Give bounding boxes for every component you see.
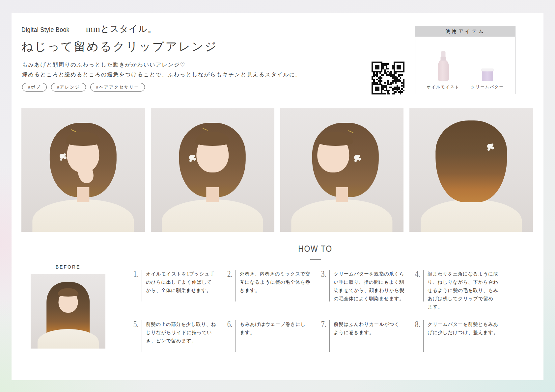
step-number: 2. bbox=[224, 269, 233, 311]
step-text: オイルモイストを1プッシュ手のひらに出してよく伸ばしてから、全体に馴染ませます。 bbox=[146, 269, 221, 311]
product-cream-butter: クリームバター bbox=[471, 71, 504, 90]
cream-butter-jar-image bbox=[482, 71, 493, 81]
model-shoulders bbox=[291, 199, 392, 232]
step-number: 8. bbox=[411, 320, 420, 352]
howto-divider bbox=[310, 259, 321, 260]
tag-hair-accessory[interactable]: #ヘアアクセサリー bbox=[90, 83, 145, 91]
howto-section-header: HOW TO bbox=[128, 244, 502, 260]
step-text: 前髪はふんわりカールがつくように巻きます。 bbox=[334, 320, 409, 352]
step-divider-line bbox=[142, 270, 142, 301]
howto-step-6: 6. もみあげはウェーブ巻きにします。 bbox=[221, 320, 315, 352]
description-line-2: 締めるところと緩めるところの緩急をつけることで、ふわっとしながらもキチンと見える… bbox=[22, 71, 301, 78]
brand-logo-text: Digital Style Book bbox=[21, 26, 69, 34]
qr-code-image bbox=[372, 62, 404, 94]
howto-step-8: 8. クリームバターを前髪ともみあげに少しだけつけ、整えます。 bbox=[409, 320, 503, 352]
flower-clip bbox=[189, 155, 194, 160]
step-divider-line bbox=[329, 320, 330, 352]
howto-steps-list: 1. オイルモイストを1プッシュ手のひらに出してよく伸ばしてから、全体に馴染ませ… bbox=[127, 269, 503, 352]
used-items-title: 使用アイテム bbox=[415, 26, 515, 36]
step-text: 前髪の上の部分を少し取り、ねじりながらサイドに持っていき、ピンで留めます。 bbox=[146, 320, 221, 352]
step-text: 外巻き、内巻きのミックスで交互になるように髪の毛全体を巻きます。 bbox=[240, 269, 315, 311]
oil-moist-bottle-image bbox=[438, 60, 449, 81]
howto-step-1: 1. オイルモイストを1プッシュ手のひらに出してよく伸ばしてから、全体に馴染ませ… bbox=[127, 269, 221, 311]
model-shoulders bbox=[162, 199, 263, 232]
step-divider-line bbox=[236, 270, 236, 301]
style-photo-front bbox=[151, 108, 274, 232]
model-bangs bbox=[66, 132, 100, 145]
tag-bob[interactable]: #ボブ bbox=[22, 83, 47, 91]
step-divider-line bbox=[423, 320, 424, 352]
howto-step-3: 3. クリームバターを親指の爪くらい手に取り、指の間にもよく馴染ませてから、顔ま… bbox=[315, 269, 409, 311]
model-shoulders bbox=[33, 199, 134, 232]
brand-title-japanese: mmとスタイル。 bbox=[86, 23, 157, 35]
model-bangs bbox=[58, 288, 79, 297]
product-cream-butter-label: クリームバター bbox=[471, 84, 504, 90]
product-oil-moist-label: オイルモイスト bbox=[427, 84, 460, 90]
howto-step-7: 7. 前髪はふんわりカールがつくように巻きます。 bbox=[315, 320, 409, 352]
model-neck bbox=[77, 187, 89, 202]
step-number: 5. bbox=[130, 320, 139, 352]
tag-arrange[interactable]: #アレンジ bbox=[51, 83, 86, 91]
step-text: クリームバターを前髪ともみあげに少しだけつけ、整えます。 bbox=[428, 320, 503, 352]
step-number: 1. bbox=[130, 269, 139, 311]
step-text: もみあげはウェーブ巻きにします。 bbox=[240, 320, 315, 352]
style-book-card: Digital Style Book mmとスタイル。 ねじって留めるクリップア… bbox=[12, 13, 543, 380]
howto-title: HOW TO bbox=[298, 244, 332, 254]
step-text: クリームバターを親指の爪くらい手に取り、指の間にもよく馴染ませてから、顔まわりか… bbox=[334, 269, 409, 311]
used-items-panel: 使用アイテム オイルモイスト クリームバター bbox=[415, 26, 515, 94]
description-line-1: もみあげと顔周りのふわっとした動きがかわいいアレンジ♡ bbox=[22, 62, 185, 68]
step-divider-line bbox=[236, 320, 236, 352]
qr-code bbox=[372, 62, 404, 94]
style-description: もみあげと顔周りのふわっとした動きがかわいいアレンジ♡ 締めるところと緩めるとこ… bbox=[22, 60, 301, 80]
used-items-body: オイルモイスト クリームバター bbox=[415, 36, 515, 94]
product-oil-moist: オイルモイスト bbox=[427, 50, 460, 90]
step-number: 4. bbox=[411, 269, 420, 311]
step-number: 7. bbox=[318, 320, 326, 352]
model-bangs bbox=[195, 132, 230, 145]
before-label: BEFORE bbox=[31, 264, 105, 270]
step-divider-line bbox=[329, 270, 330, 301]
model-hair bbox=[435, 120, 507, 202]
style-photo-front-hand-on-chin bbox=[21, 108, 145, 232]
step-number: 6. bbox=[224, 320, 233, 352]
model-neck bbox=[206, 187, 218, 202]
step-number: 3. bbox=[318, 269, 326, 311]
step-divider-line bbox=[142, 320, 142, 352]
howto-step-4: 4. 顔まわりを三角になるように取り、ねじりながら、下から合わせるように髪の毛を… bbox=[409, 269, 503, 311]
model-shoulders bbox=[421, 199, 522, 232]
step-divider-line bbox=[423, 270, 424, 301]
style-photo-gallery bbox=[21, 108, 533, 232]
style-photo-side-profile bbox=[280, 108, 404, 232]
model-bangs bbox=[319, 132, 353, 145]
style-photo-back bbox=[409, 108, 533, 232]
header: Digital Style Book mmとスタイル。 bbox=[21, 23, 157, 35]
page-title: ねじって留めるクリップアレンジ bbox=[21, 39, 218, 54]
before-style-photo bbox=[31, 274, 105, 349]
step-text: 顔まわりを三角になるように取り、ねじりながら、下から合わせるように髪の毛を取り、… bbox=[428, 269, 503, 311]
model-neck bbox=[336, 187, 348, 202]
howto-step-5: 5. 前髪の上の部分を少し取り、ねじりながらサイドに持っていき、ピンで留めます。 bbox=[127, 320, 221, 352]
hashtag-list: #ボブ #アレンジ #ヘアアクセサリー bbox=[22, 83, 145, 91]
howto-step-2: 2. 外巻き、内巻きのミックスで交互になるように髪の毛全体を巻きます。 bbox=[221, 269, 315, 311]
